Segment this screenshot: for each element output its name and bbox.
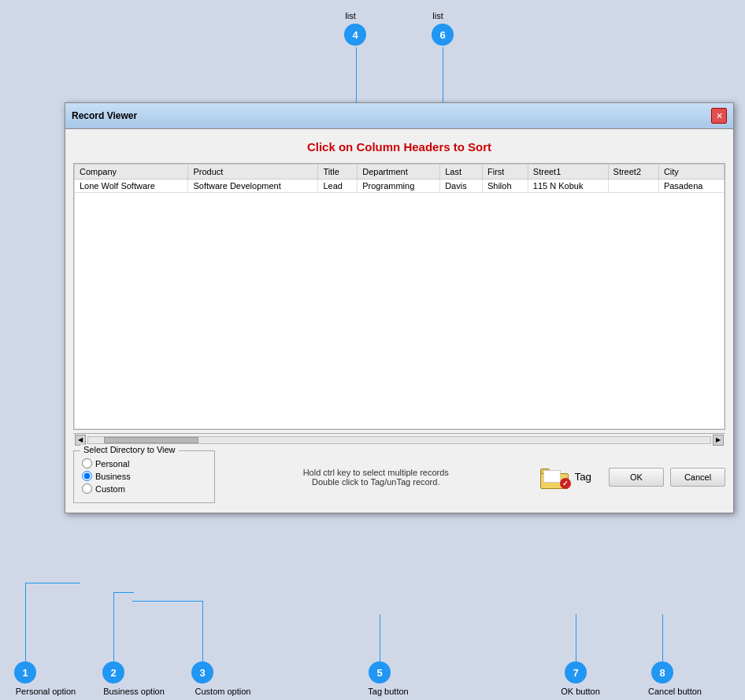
horizontal-scrollbar[interactable]: ◀ ▶	[73, 433, 725, 446]
sort-header: Click on Column Headers to Sort	[73, 137, 725, 157]
records-table: Company Product Title Department Last Fi…	[74, 164, 725, 429]
col-city[interactable]: City	[658, 165, 724, 180]
info-section: Hold ctrl key to select multiple records…	[231, 468, 521, 487]
business-label[interactable]: Business	[95, 472, 131, 481]
personal-label[interactable]: Personal	[95, 459, 129, 469]
annotation-4: 4	[344, 24, 366, 46]
col-product[interactable]: Product	[188, 165, 318, 180]
annotation-6: 6	[432, 24, 454, 46]
cell-product: Software Development	[188, 180, 318, 193]
scroll-track[interactable]	[87, 436, 711, 444]
hline-1	[25, 583, 80, 583]
scroll-left[interactable]: ◀	[75, 435, 86, 446]
annotation-1: 1	[14, 661, 36, 683]
dialog-body: Click on Column Headers to Sort Company …	[65, 129, 733, 513]
directory-legend: Select Directory to View	[80, 445, 179, 454]
hline-2	[113, 592, 134, 593]
annotation-2: 2	[102, 661, 124, 683]
scroll-thumb[interactable]	[104, 437, 198, 443]
dialog-titlebar: Record Viewer ✕	[65, 103, 733, 129]
line-2	[113, 592, 114, 661]
close-button[interactable]: ✕	[711, 108, 727, 124]
custom-label[interactable]: Custom	[95, 484, 125, 494]
annotation-7-label: OK button	[553, 687, 608, 696]
empty-space	[75, 193, 725, 429]
annotation-8: 8	[651, 661, 673, 683]
annotation-3: 3	[191, 661, 213, 683]
table-container: Company Product Title Department Last Fi…	[73, 163, 725, 430]
line-7	[576, 614, 576, 661]
cell-title: Lead	[318, 180, 358, 193]
annotation-3-label: Custom option	[180, 687, 266, 696]
col-first[interactable]: First	[482, 165, 528, 180]
line-4	[356, 47, 357, 102]
annotation-6-label: list	[422, 11, 454, 20]
line-8	[662, 614, 663, 661]
col-department[interactable]: Department	[358, 165, 440, 180]
col-last[interactable]: Last	[440, 165, 483, 180]
tag-icon: ✓	[539, 463, 570, 491]
table-header-row: Company Product Title Department Last Fi…	[75, 165, 725, 180]
annotation-8-label: Cancel button	[639, 687, 710, 696]
info-line1: Hold ctrl key to select multiple records	[231, 468, 521, 477]
cell-company: Lone Wolf Software	[75, 180, 188, 193]
scroll-right[interactable]: ▶	[713, 435, 724, 446]
annotation-7: 7	[565, 661, 587, 683]
dialog-title: Record Viewer	[72, 110, 137, 121]
col-title[interactable]: Title	[318, 165, 358, 180]
cell-first: Shiloh	[482, 180, 528, 193]
line-1	[25, 583, 26, 661]
custom-radio[interactable]	[82, 483, 92, 494]
cell-city: Pasadena	[658, 180, 724, 193]
directory-group: Select Directory to View Personal Busine…	[73, 450, 215, 503]
tag-button-area: ✓ Tag	[537, 461, 594, 493]
tag-button[interactable]: ✓ Tag	[537, 461, 594, 493]
line-6	[443, 47, 443, 102]
annotation-5: 5	[369, 661, 391, 683]
table-row[interactable]: Lone Wolf Software Software Development …	[75, 180, 725, 193]
col-street1[interactable]: Street1	[528, 165, 608, 180]
custom-radio-row: Custom	[82, 483, 206, 494]
hline-3	[132, 601, 202, 602]
tag-text: Tag	[575, 471, 592, 483]
cancel-button[interactable]: Cancel	[670, 468, 725, 487]
annotation-5-label: Tag button	[357, 687, 420, 696]
cell-street2	[608, 180, 658, 193]
ok-button[interactable]: OK	[609, 468, 664, 487]
annotation-2-label: Business option	[91, 687, 177, 696]
cell-street1: 115 N Kobuk	[528, 180, 608, 193]
cell-last: Davis	[440, 180, 483, 193]
cell-department: Programming	[358, 180, 440, 193]
business-radio-row: Business	[82, 471, 206, 481]
personal-radio-row: Personal	[82, 458, 206, 469]
col-street2[interactable]: Street2	[608, 165, 658, 180]
line-3	[202, 601, 203, 661]
action-buttons: OK Cancel	[609, 468, 725, 487]
personal-radio[interactable]	[82, 458, 92, 469]
bottom-section: Select Directory to View Personal Busine…	[73, 446, 725, 505]
annotation-1-label: Personal option	[2, 687, 89, 696]
business-radio[interactable]	[82, 471, 92, 481]
annotation-4-label: list	[335, 11, 366, 20]
record-viewer-dialog: Record Viewer ✕ Click on Column Headers …	[65, 102, 734, 513]
col-company[interactable]: Company	[75, 165, 188, 180]
line-5	[380, 614, 380, 661]
info-line2: Double click to Tag/unTag record.	[231, 477, 521, 487]
